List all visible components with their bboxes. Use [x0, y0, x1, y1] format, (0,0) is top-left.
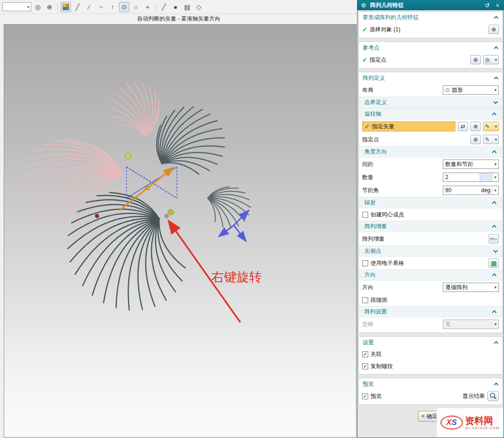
- copy-thread-label: 复制螺纹: [371, 362, 393, 370]
- subheader-label: 阵列增量: [364, 222, 493, 230]
- close-icon[interactable]: ×: [494, 2, 501, 9]
- point-line-icon[interactable]: ∕: [84, 2, 94, 12]
- preview-label: 预览: [371, 392, 382, 400]
- reset-icon[interactable]: ↺: [483, 2, 491, 9]
- spacing-label: 间距: [362, 160, 373, 168]
- pattern-swatch: [63, 4, 69, 10]
- pitch-angle-unit: deg: [480, 187, 492, 194]
- group-reference-point: 参考点 ✓ 指定点 ⊕ ◎ ▾: [358, 42, 503, 69]
- formula-zone[interactable]: [480, 173, 492, 181]
- top-toolbar: ▾ ◎ ⊕ ╱ ∕ ~ ↑ ⊙ ○ + ╱ ● ▤ ◇: [0, 0, 357, 14]
- origin-ball[interactable]: [146, 186, 149, 190]
- increment-row: 阵列增量 P1=: [359, 232, 502, 245]
- spreadsheet-checkbox[interactable]: [362, 260, 368, 266]
- graphics-viewport[interactable]: 右键旋转: [4, 24, 357, 438]
- show-result-button[interactable]: [487, 391, 499, 401]
- point-constructor-button[interactable]: ⊕: [470, 55, 481, 64]
- spacing-value: 数量和节距: [445, 160, 473, 168]
- stagger-row: 交错 无 ▾: [359, 318, 502, 331]
- triad-arrows[interactable]: [219, 210, 249, 241]
- group-header-settings[interactable]: 设置: [359, 337, 502, 348]
- subheader-rotation-axis[interactable]: 旋转轴: [359, 108, 502, 120]
- inferred-point-button[interactable]: ◎ ▾: [483, 55, 499, 64]
- group-header-geometry[interactable]: 要形成阵列的几何特征: [359, 12, 502, 23]
- sphere-icon[interactable]: ●: [170, 2, 181, 12]
- circle-center-icon[interactable]: ⊙: [119, 2, 129, 12]
- follow-face-label: 跟随面: [371, 296, 387, 304]
- spreadsheet-icon: ▦: [490, 259, 497, 267]
- layout-row: 布局 ⊙ 圆形 ▾: [359, 83, 502, 97]
- vector-type-button[interactable]: ✎ ▾: [483, 122, 499, 131]
- annotation-text: 右键旋转: [211, 270, 262, 284]
- line-icon[interactable]: ╱: [72, 2, 83, 12]
- reverse-direction-button[interactable]: ⇄: [458, 122, 468, 131]
- datum-csys[interactable]: [126, 167, 177, 198]
- axis-point-dialog-button[interactable]: ⊕: [470, 135, 481, 144]
- axis-up-icon[interactable]: ↑: [107, 2, 118, 12]
- subheader-angular-direction[interactable]: 角度方向: [359, 146, 502, 158]
- chevron-down-icon: ▾: [494, 322, 497, 327]
- layout-dropdown[interactable]: ⊙ 圆形 ▾: [443, 85, 499, 95]
- spacing-dropdown[interactable]: 数量和节距 ▾: [443, 160, 499, 169]
- spreadsheet-button[interactable]: ▦: [489, 258, 499, 268]
- plus-icon[interactable]: +: [142, 2, 153, 12]
- snap-point-icon[interactable]: ◎: [33, 2, 43, 12]
- chevron-down-icon: [493, 248, 498, 253]
- plane-icon[interactable]: ◇: [194, 2, 204, 12]
- count-options-button[interactable]: ▾: [492, 173, 498, 181]
- concentric-checkbox[interactable]: [362, 212, 368, 218]
- check-icon: ✓: [363, 394, 367, 399]
- unit-options-button[interactable]: ▾: [492, 186, 498, 195]
- layers-icon[interactable]: ▤: [182, 2, 192, 12]
- vector-dialog-button[interactable]: ⊕: [470, 122, 481, 131]
- subheader-orientation[interactable]: 方向: [359, 269, 502, 281]
- drag-ball-bottom[interactable]: [168, 209, 174, 215]
- vector-type-combo[interactable]: ▾: [2, 2, 31, 11]
- orientation-row: 方向 遵循阵列 ▾: [359, 281, 502, 294]
- select-object-label: 选择对象 (1): [370, 26, 400, 34]
- axis-point-type-button[interactable]: ✎ ▾: [483, 135, 499, 144]
- copy-thread-row: ✓ 复制螺纹: [359, 360, 502, 372]
- group-header-reference[interactable]: 参考点: [359, 42, 502, 53]
- count-input[interactable]: 2 ▾: [443, 173, 499, 182]
- subheader-boundary[interactable]: 边界定义: [359, 97, 502, 108]
- associative-checkbox[interactable]: ✓: [362, 351, 368, 357]
- viewport-canvas[interactable]: 右键旋转: [4, 25, 356, 437]
- point-dialog-button[interactable]: ⊕: [489, 25, 499, 34]
- edit-point-icon: ✎: [485, 136, 490, 143]
- circle-icon[interactable]: ○: [131, 2, 141, 12]
- reverse-direction-icon: ⇄: [461, 123, 465, 130]
- group-header-label: 预览: [363, 380, 495, 388]
- magnifier-icon: [490, 392, 497, 400]
- chevron-down-icon: ▾: [494, 188, 497, 193]
- chevron-down-icon: ▾: [495, 57, 497, 62]
- count-row: 数量 2 ▾: [359, 171, 502, 184]
- increment-list-button[interactable]: P1=: [489, 234, 499, 243]
- dialog-options-icon[interactable]: ⚙: [360, 2, 367, 9]
- group-header-label: 要形成阵列的几何特征: [363, 14, 495, 21]
- spacing-row: 间距 数量和节距 ▾: [359, 158, 502, 171]
- curve-icon[interactable]: ~: [96, 2, 106, 12]
- subheader-radiate[interactable]: 辐射: [359, 197, 502, 209]
- pattern-feature-icon[interactable]: [61, 2, 71, 12]
- handles-icon[interactable]: ⊕: [44, 2, 55, 12]
- group-header-preview[interactable]: 预览: [359, 378, 502, 389]
- specify-vector-field[interactable]: ✓ 指定矢量: [362, 121, 455, 132]
- slash-icon[interactable]: ╱: [159, 2, 169, 12]
- dialog-titlebar[interactable]: ⚙ 阵列几何特征 ↺ ×: [357, 0, 504, 10]
- subheader-instance-points[interactable]: 实例点: [359, 245, 502, 257]
- chevron-down-icon: ▾: [495, 124, 497, 129]
- group-pattern-definition: 阵列定义 布局 ⊙ 圆形 ▾ 边界定义 旋转轴 ✓ 指定矢量 ⇄ ⊕: [358, 72, 503, 333]
- follow-face-checkbox[interactable]: [362, 297, 368, 303]
- group-header-definition[interactable]: 阵列定义: [359, 72, 502, 83]
- pitch-angle-input[interactable]: 90 deg ▾: [443, 186, 499, 195]
- stagger-dropdown: 无 ▾: [443, 320, 499, 329]
- subheader-increment[interactable]: 阵列增量: [359, 221, 502, 232]
- specify-point-label: 指定点: [370, 56, 386, 64]
- drag-ball-top[interactable]: [125, 153, 131, 159]
- group-geometry: 要形成阵列的几何特征 ✓ 选择对象 (1) ⊕: [358, 11, 503, 38]
- preview-checkbox[interactable]: ✓: [362, 393, 368, 399]
- subheader-pattern-settings[interactable]: 阵列设置: [359, 306, 502, 318]
- orientation-dropdown[interactable]: 遵循阵列 ▾: [443, 283, 499, 292]
- copy-thread-checkbox[interactable]: ✓: [362, 363, 368, 369]
